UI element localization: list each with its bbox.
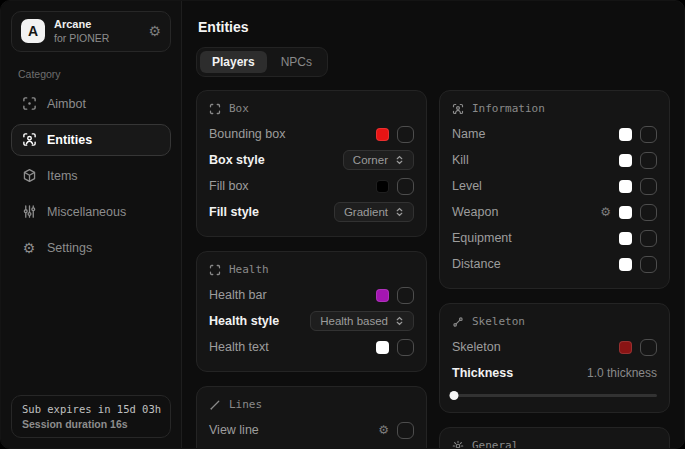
gear-icon[interactable]: ⚙ — [600, 206, 611, 218]
sidebar-item-label: Entities — [47, 133, 92, 147]
panel-skeleton: Skeleton Skeleton Thickness 1.0 thicknes… — [439, 303, 670, 413]
panel-title-text: Information — [472, 102, 545, 115]
panel-general-header: General — [452, 439, 657, 448]
checkbox[interactable] — [640, 230, 657, 247]
setting-label: Skeleton — [452, 340, 501, 354]
color-swatch[interactable] — [619, 154, 632, 167]
corners-icon — [209, 264, 221, 276]
sidebar: A Arcane for PIONER ⚙ Category Aimbot — [1, 1, 182, 448]
unfold-icon — [395, 155, 404, 165]
setting-label: Health text — [209, 340, 269, 354]
checkbox[interactable] — [640, 126, 657, 143]
app-logo: A — [21, 19, 45, 43]
subscription-info-card: Sub expires in 15d 03h Session duration … — [11, 395, 171, 438]
setting-row-fill-box: Fill box — [209, 173, 414, 199]
checkbox[interactable] — [397, 422, 414, 439]
setting-row-weapon: Weapon ⚙ — [452, 199, 657, 225]
sidebar-item-label: Settings — [47, 241, 92, 255]
crosshair-icon — [21, 96, 37, 112]
brand-settings-icon[interactable]: ⚙ — [148, 24, 161, 38]
app-subtitle: for PIONER — [54, 32, 109, 45]
sidebar-item-entities[interactable]: Entities — [11, 124, 171, 156]
gear-icon[interactable]: ⚙ — [378, 424, 389, 436]
sliders-icon — [21, 204, 37, 220]
slider-handle[interactable] — [450, 391, 459, 400]
health-style-dropdown[interactable]: Health based — [310, 311, 414, 331]
color-swatch[interactable] — [619, 206, 632, 219]
checkbox[interactable] — [640, 152, 657, 169]
panel-box-header: Box — [209, 102, 414, 115]
color-swatch[interactable] — [619, 180, 632, 193]
app-window: A Arcane for PIONER ⚙ Category Aimbot — [0, 0, 685, 449]
person-scan-icon — [452, 103, 464, 115]
bone-icon — [452, 316, 464, 328]
checkbox[interactable] — [640, 204, 657, 221]
setting-row-health-text: Health text — [209, 334, 414, 360]
color-swatch[interactable] — [376, 341, 389, 354]
setting-row-health-style: Health style Health based — [209, 308, 414, 334]
brand-text: Arcane for PIONER — [54, 18, 109, 45]
setting-row-equipment: Equipment — [452, 225, 657, 251]
color-swatch[interactable] — [619, 341, 632, 354]
color-swatch[interactable] — [376, 289, 389, 302]
tab-npcs[interactable]: NPCs — [269, 51, 324, 73]
panel-general: General Visibility check ⚙ Max distance … — [439, 427, 670, 448]
setting-label: Weapon — [452, 205, 498, 219]
panel-title-text: General — [472, 439, 518, 448]
color-swatch[interactable] — [376, 180, 389, 193]
cube-icon — [21, 168, 37, 184]
setting-row-name: Name — [452, 121, 657, 147]
left-column: Box Bounding box Box style Corne — [196, 90, 427, 448]
color-swatch[interactable] — [619, 258, 632, 271]
panel-title-text: Lines — [229, 398, 262, 411]
checkbox[interactable] — [640, 256, 657, 273]
line-icon — [209, 399, 221, 411]
sidebar-nav: Aimbot Entities — [11, 88, 171, 264]
setting-row-level: Level — [452, 173, 657, 199]
checkbox[interactable] — [397, 178, 414, 195]
setting-row-line-to-enemy: Line to enemy ⚙ — [209, 443, 414, 448]
panel-skeleton-header: Skeleton — [452, 315, 657, 328]
sidebar-item-settings[interactable]: ⚙ Settings — [11, 232, 171, 264]
color-swatch[interactable] — [619, 232, 632, 245]
checkbox[interactable] — [397, 126, 414, 143]
setting-row-fill-style: Fill style Gradient — [209, 199, 414, 225]
panel-health-header: Health — [209, 263, 414, 276]
panel-columns: Box Bounding box Box style Corne — [196, 90, 670, 448]
setting-row-view-line: View line ⚙ — [209, 417, 414, 443]
corners-icon — [209, 103, 221, 115]
setting-label: Box style — [209, 153, 265, 167]
setting-label: Equipment — [452, 231, 512, 245]
category-label: Category — [18, 68, 164, 80]
panel-lines: Lines View line ⚙ Line to enemy ⚙ — [196, 386, 427, 448]
sidebar-item-miscellaneous[interactable]: Miscellaneous — [11, 196, 171, 228]
brand-card: A Arcane for PIONER ⚙ — [11, 11, 171, 52]
setting-label: Health style — [209, 314, 279, 328]
slider-track[interactable] — [452, 394, 657, 397]
panel-information: Information Name Kill — [439, 90, 670, 289]
unfold-icon — [395, 207, 404, 217]
sidebar-item-label: Aimbot — [47, 97, 86, 111]
checkbox[interactable] — [397, 448, 414, 449]
setting-label: Fill style — [209, 205, 259, 219]
sidebar-item-items[interactable]: Items — [11, 160, 171, 192]
app-name: Arcane — [54, 18, 109, 32]
thickness-slider[interactable] — [452, 389, 657, 401]
main-content: Entities Players NPCs Box — [182, 1, 684, 448]
fill-style-dropdown[interactable]: Gradient — [334, 202, 414, 222]
tab-players[interactable]: Players — [200, 51, 267, 73]
tab-bar: Players NPCs — [196, 47, 328, 77]
setting-label: Thickness — [452, 366, 513, 380]
checkbox[interactable] — [397, 339, 414, 356]
color-swatch[interactable] — [376, 128, 389, 141]
checkbox[interactable] — [640, 178, 657, 195]
setting-row-box-style: Box style Corner — [209, 147, 414, 173]
setting-row-thickness: Thickness 1.0 thickness — [452, 360, 657, 386]
panel-information-header: Information — [452, 102, 657, 115]
sidebar-item-aimbot[interactable]: Aimbot — [11, 88, 171, 120]
color-swatch[interactable] — [619, 128, 632, 141]
box-style-dropdown[interactable]: Corner — [343, 150, 414, 170]
setting-label: Fill box — [209, 179, 249, 193]
checkbox[interactable] — [397, 287, 414, 304]
checkbox[interactable] — [640, 339, 657, 356]
